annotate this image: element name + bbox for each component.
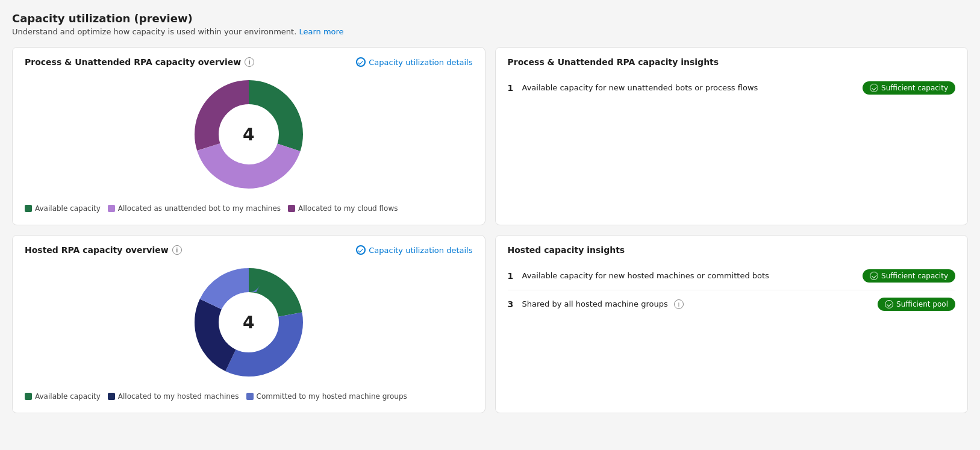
- hosted-insights-card: Hosted capacity insights 1 Available cap…: [495, 235, 969, 413]
- hosted-legend-item-1: Allocated to my hosted machines: [108, 392, 239, 401]
- hosted-overview-details-link[interactable]: Capacity utilization details: [356, 245, 472, 255]
- process-insights-content: 1 Available capacity for new unattended …: [508, 74, 956, 195]
- hosted-donut-wrap: 4: [189, 262, 309, 383]
- process-donut-container: 4: [25, 74, 473, 195]
- hosted-details-check-icon: [356, 245, 366, 255]
- process-overview-info-icon[interactable]: i: [245, 57, 254, 67]
- badge-check-icon-0: [870, 84, 878, 92]
- process-legend-dot-0: [25, 205, 32, 212]
- page-subtitle: Understand and optimize how capacity is …: [12, 27, 968, 36]
- hosted-legend-dot-2: [246, 393, 254, 400]
- hosted-legend: Available capacity Allocated to my hoste…: [25, 392, 473, 401]
- process-insights-title: Process & Unattended RPA capacity insigh…: [508, 57, 719, 67]
- hosted-donut-container: 4: [25, 262, 473, 383]
- page-title: Capacity utilization (preview): [12, 12, 968, 25]
- hosted-insights-badge-0: Sufficient capacity: [863, 269, 955, 283]
- process-legend: Available capacity Allocated as unattend…: [25, 204, 473, 213]
- process-legend-dot-2: [288, 205, 295, 212]
- process-insights-card: Process & Unattended RPA capacity insigh…: [495, 47, 969, 225]
- process-legend-item-1: Allocated as unattended bot to my machin…: [108, 204, 281, 213]
- process-legend-item-2: Allocated to my cloud flows: [288, 204, 398, 213]
- hosted-overview-header: Hosted RPA capacity overview i Capacity …: [25, 245, 473, 255]
- hosted-legend-dot-1: [108, 393, 115, 400]
- process-insights-row-0: 1 Available capacity for new unattended …: [508, 74, 956, 102]
- hosted-legend-item-2: Committed to my hosted machine groups: [246, 392, 407, 401]
- hosted-insights-content: 1 Available capacity for new hosted mach…: [508, 262, 956, 383]
- learn-more-link[interactable]: Learn more: [299, 27, 343, 36]
- hosted-insights-row-1: 3 Shared by all hosted machine groups i …: [508, 290, 956, 318]
- hosted-legend-item-0: Available capacity: [25, 392, 101, 401]
- hosted-legend-dot-0: [25, 393, 32, 400]
- hosted-badge-check-icon-1: [885, 300, 893, 308]
- process-overview-details-link[interactable]: Capacity utilization details: [356, 57, 472, 67]
- hosted-insights-title: Hosted capacity insights: [508, 245, 625, 255]
- process-overview-title: Process & Unattended RPA capacity overvi…: [25, 57, 254, 67]
- hosted-insights-header: Hosted capacity insights: [508, 245, 956, 255]
- details-check-icon: [356, 57, 366, 67]
- hosted-overview-info-icon[interactable]: i: [172, 245, 182, 255]
- hosted-insights-badge-1: Sufficient pool: [878, 298, 955, 311]
- process-insights-badge-0: Sufficient capacity: [863, 81, 955, 95]
- process-legend-dot-1: [108, 205, 115, 212]
- hosted-insights-left-1: 3 Shared by all hosted machine groups i: [508, 299, 684, 310]
- process-legend-item-0: Available capacity: [25, 204, 101, 213]
- hosted-overview-card: Hosted RPA capacity overview i Capacity …: [12, 235, 485, 413]
- hosted-insights-left-0: 1 Available capacity for new hosted mach…: [508, 271, 769, 281]
- process-donut-center: 4: [243, 125, 254, 145]
- process-insights-header: Process & Unattended RPA capacity insigh…: [508, 57, 956, 67]
- hosted-badge-check-icon-0: [870, 272, 878, 280]
- hosted-insights-row-0: 1 Available capacity for new hosted mach…: [508, 262, 956, 290]
- process-overview-header: Process & Unattended RPA capacity overvi…: [25, 57, 473, 67]
- hosted-donut-center: 4: [243, 313, 254, 333]
- main-grid: Process & Unattended RPA capacity overvi…: [12, 47, 968, 413]
- process-donut-wrap: 4: [189, 74, 309, 195]
- hosted-insights-info-icon[interactable]: i: [674, 299, 684, 309]
- hosted-overview-title: Hosted RPA capacity overview i: [25, 245, 182, 255]
- process-overview-card: Process & Unattended RPA capacity overvi…: [12, 47, 485, 225]
- process-insights-left-0: 1 Available capacity for new unattended …: [508, 83, 758, 93]
